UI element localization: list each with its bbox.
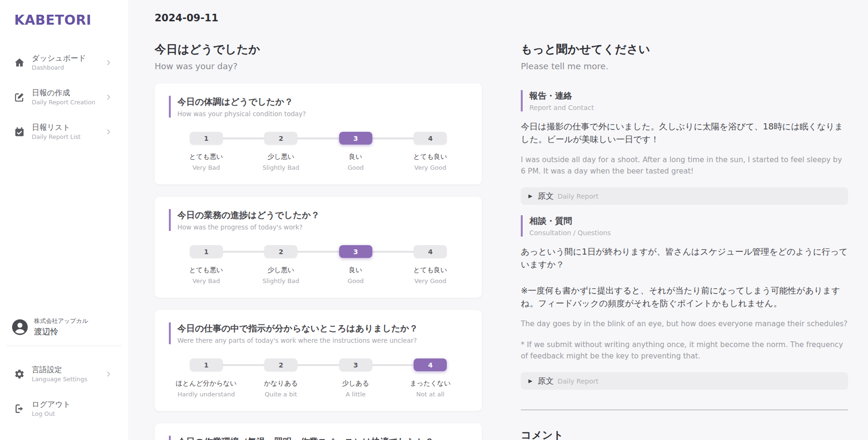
rating-pill[interactable]: 1 xyxy=(190,132,223,145)
rating-pill[interactable]: 3 xyxy=(339,132,372,145)
rating-option-1: 1 ほとんど分からない Hardly understand xyxy=(169,358,244,398)
details-title-en: Please tell me more. xyxy=(521,61,848,71)
rating-pill[interactable]: 4 xyxy=(414,132,447,145)
section-heading-en: Consultation / Questions xyxy=(529,229,848,237)
nav-label-en: Language Settings xyxy=(32,376,87,383)
nav-label-en: Log Out xyxy=(32,410,71,417)
chevron-right-icon xyxy=(105,128,112,135)
rating-pill[interactable]: 4 xyxy=(414,358,447,371)
triangle-right-icon: ▶ xyxy=(528,193,532,199)
logout-icon xyxy=(14,403,25,414)
option-label-en: Very Good xyxy=(415,164,446,171)
source-label-en: Daily Report xyxy=(557,377,598,385)
gear-icon xyxy=(14,369,25,379)
sidebar-divider xyxy=(7,346,121,346)
sidebar-nav: ダッシュボード Dashboard 日報の作成 Daily Report Cre… xyxy=(0,49,128,153)
question-card: 今日の仕事の中で指示が分からないところはありましたか？ Were there a… xyxy=(155,310,482,411)
survey-title-en: How was your day? xyxy=(155,61,482,71)
rating-pill[interactable]: 3 xyxy=(339,245,372,258)
section-heading-jp: 相談・質問 xyxy=(529,215,848,227)
nav-label-en: Daily Report Creation xyxy=(32,99,95,106)
question-text-jp: 今日の体調はどうでしたか？ xyxy=(177,96,468,108)
section-body-jp: 今日は撮影の仕事で外にいました。久しぶりに太陽を浴びて、18時には眠くなりました… xyxy=(521,120,848,146)
section-body-jp: ※一度何も書かずに提出すると、それが当たり前になってしまう可能性がありますね。フ… xyxy=(521,284,848,310)
app-logo: KABETORI xyxy=(0,12,128,28)
rating-pill[interactable]: 4 xyxy=(414,245,447,258)
option-label-en: Good xyxy=(348,164,364,171)
user-company: 株式会社アップカル xyxy=(34,317,88,325)
option-label-en: Good xyxy=(348,277,364,284)
rating-option-4-selected: 4 まったくない Not at all xyxy=(393,358,468,398)
nav-label-jp: 日報の作成 xyxy=(32,88,95,98)
source-label-jp: 原文 xyxy=(537,191,554,202)
option-label-en: Slightly Bad xyxy=(262,164,299,171)
option-label-jp: 良い xyxy=(349,153,362,161)
option-label-jp: 良い xyxy=(349,266,362,275)
comment-heading-jp: コメント xyxy=(521,428,848,440)
user-name: 渡辺怜 xyxy=(34,326,88,337)
rating-option-2: 2 少し悪い Slightly Bad xyxy=(244,245,319,284)
question-card: 今日の業務の進捗はどうでしたか？ How was the progress of… xyxy=(155,197,482,298)
nav-label-jp: 言語設定 xyxy=(32,365,87,375)
rating-pill[interactable]: 2 xyxy=(264,358,297,371)
source-label-en: Daily Report xyxy=(557,192,598,200)
question-text-en: How was your physical condition today? xyxy=(177,110,468,118)
source-label-jp: 原文 xyxy=(537,376,554,386)
rating-scale: 1 ほとんど分からない Hardly understand 2 かなりある Qu… xyxy=(169,358,468,398)
details-column: もっと聞かせてください Please tell me more. 報告・連絡 R… xyxy=(521,42,848,440)
option-label-en: Very Bad xyxy=(193,277,220,284)
question-text-en: Were there any parts of today's work whe… xyxy=(177,337,468,344)
question-card: 今日の体調はどうでしたか？ How was your physical cond… xyxy=(155,83,482,184)
rating-option-1: 1 とても悪い Very Bad xyxy=(169,245,244,284)
option-label-jp: とても悪い xyxy=(189,153,223,161)
question-text-jp: 今日の作業環境（気温、照明、作業スペース）は快適でしたか？ xyxy=(177,436,468,440)
question-text-jp: 今日の仕事の中で指示が分からないところはありましたか？ xyxy=(177,322,468,334)
source-toggle[interactable]: ▶ 原文 Daily Report xyxy=(521,372,848,390)
sidebar-item-daily-report-list[interactable]: 日報リスト Daily Report List xyxy=(0,118,128,145)
rating-scale: 1 とても悪い Very Bad 2 少し悪い Slightly Bad 3 良… xyxy=(169,132,468,171)
consultation-section: 相談・質問 Consultation / Questions あっという間に1日… xyxy=(521,215,848,390)
triangle-right-icon: ▶ xyxy=(528,378,532,384)
option-label-en: Slightly Bad xyxy=(262,277,299,284)
option-label-jp: 少し悪い xyxy=(268,266,295,275)
sidebar-item-dashboard[interactable]: ダッシュボード Dashboard xyxy=(0,49,128,76)
user-block: 株式会社アップカル 渡辺怜 xyxy=(0,317,128,337)
sidebar-item-logout[interactable]: ログアウト Log Out xyxy=(0,395,128,422)
option-label-jp: かなりある xyxy=(264,379,298,388)
home-icon xyxy=(14,57,25,68)
rating-pill[interactable]: 3 xyxy=(339,358,372,371)
nav-label-jp: 日報リスト xyxy=(32,123,81,132)
option-label-en: Quite a bit xyxy=(265,391,297,398)
nav-label-jp: ログアウト xyxy=(32,400,71,409)
option-label-jp: とても良い xyxy=(414,153,447,161)
source-toggle[interactable]: ▶ 原文 Daily Report xyxy=(521,187,848,205)
option-label-en: Not at all xyxy=(416,391,444,398)
question-text-en: How was the progress of today's work? xyxy=(177,223,468,231)
rating-pill[interactable]: 2 xyxy=(264,245,297,258)
chevron-right-icon xyxy=(105,94,112,101)
sidebar-item-language-settings[interactable]: 言語設定 Language Settings xyxy=(0,360,128,387)
sidebar: KABETORI ダッシュボード Dashboard 日報の作成 xyxy=(0,0,128,440)
rating-option-3: 3 少しある A little xyxy=(318,358,393,398)
option-label-en: Hardly understand xyxy=(177,391,235,398)
rating-pill[interactable]: 1 xyxy=(190,358,223,371)
report-date: 2024-09-11 xyxy=(155,12,849,24)
rating-pill[interactable]: 2 xyxy=(264,132,297,145)
survey-column: 今日はどうでしたか How was your day? 今日の体調はどうでしたか… xyxy=(155,42,482,440)
chevron-right-icon xyxy=(105,59,112,66)
section-body-en: I was outside all day for a shoot. After… xyxy=(521,154,848,177)
rating-option-4: 4 とても良い Very Good xyxy=(393,245,468,284)
edit-icon xyxy=(14,92,25,102)
details-title-jp: もっと聞かせてください xyxy=(521,42,848,57)
sidebar-item-daily-report-creation[interactable]: 日報の作成 Daily Report Creation xyxy=(0,83,128,110)
survey-title-jp: 今日はどうでしたか xyxy=(155,42,482,57)
option-label-en: A little xyxy=(346,391,366,398)
rating-option-3-selected: 3 良い Good xyxy=(318,245,393,284)
report-contact-section: 報告・連絡 Report and Contact 今日は撮影の仕事で外にいました… xyxy=(521,90,848,205)
nav-label-en: Dashboard xyxy=(32,64,86,71)
user-avatar-icon xyxy=(11,319,28,336)
option-label-en: Very Bad xyxy=(193,164,220,171)
rating-pill[interactable]: 1 xyxy=(190,245,223,258)
sidebar-footer-nav: 言語設定 Language Settings ログアウト Log Out xyxy=(0,360,128,430)
option-label-en: Very Good xyxy=(415,277,446,284)
